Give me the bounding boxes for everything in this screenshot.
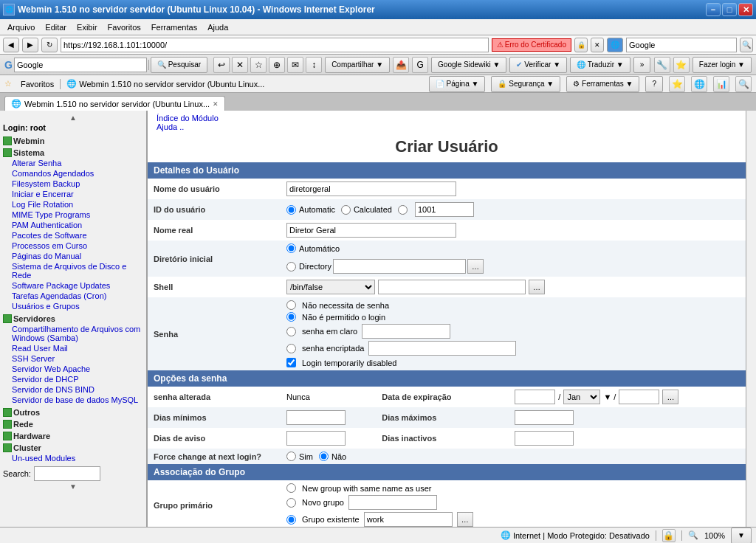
webmin-fav[interactable]: 🌐 Webmin 1.510 no servidor servidor (Ubu… bbox=[66, 79, 264, 89]
radio-sem-senha[interactable] bbox=[286, 300, 296, 310]
sidebar-item-servidor-web-apache[interactable]: Servidor Web Apache bbox=[3, 364, 143, 374]
fav-icon3[interactable]: 📊 bbox=[713, 76, 729, 92]
maximize-button[interactable]: □ bbox=[722, 3, 737, 16]
menu-arquivo[interactable]: Arquivo bbox=[3, 21, 39, 33]
zoom-btn[interactable]: ▼ bbox=[731, 528, 752, 544]
refresh-button[interactable]: ↻ bbox=[41, 38, 58, 52]
radio-directory-input[interactable] bbox=[286, 262, 296, 272]
page-btn[interactable]: 📄 Página ▼ bbox=[429, 76, 486, 92]
ajuda-link[interactable]: Ajuda .. bbox=[157, 122, 184, 131]
dias-aviso-input[interactable] bbox=[286, 431, 346, 446]
sidebar-item-servidor-dns-bind[interactable]: Servidor de DNS BIND bbox=[3, 384, 143, 395]
radio-manual-input[interactable] bbox=[398, 205, 408, 215]
cert-btn2[interactable]: ✕ bbox=[591, 38, 604, 52]
google-sidewiki-btn[interactable]: Google Sidewiki ▼ bbox=[431, 57, 506, 73]
sidebar-item-un-used-modules[interactable]: Un-used Modules bbox=[3, 453, 143, 463]
sidebar-item-tarefas-agendadas[interactable]: Tarefas Agendadas (Cron) bbox=[3, 291, 143, 301]
fav-icon2[interactable]: 🌐 bbox=[691, 76, 707, 92]
dias-inactivos-input[interactable] bbox=[515, 431, 574, 446]
forward-button[interactable]: ▶ bbox=[22, 38, 38, 52]
menu-exibir[interactable]: Exibir bbox=[72, 21, 102, 33]
fazer-login-btn[interactable]: Fazer login ▼ bbox=[693, 57, 752, 73]
sidebar-item-ssh-server[interactable]: SSH Server bbox=[3, 353, 143, 364]
nome-usuario-input[interactable] bbox=[286, 181, 456, 196]
ferramentas-btn[interactable]: ⚙ Ferramentas ▼ bbox=[566, 76, 639, 92]
sidebar-item-pam-authentication[interactable]: PAM Authentication bbox=[3, 220, 143, 230]
swap-icon[interactable]: ↕ bbox=[306, 57, 322, 73]
status-protect-icon[interactable]: 🔒 bbox=[662, 529, 676, 542]
radio-grupo-existente[interactable] bbox=[286, 515, 296, 525]
sidebar-item-servidor-dhcp[interactable]: Servidor de DHCP bbox=[3, 374, 143, 384]
sidebar-item-filesystem-backup[interactable]: Filesystem Backup bbox=[3, 179, 143, 189]
toolbar-icon2[interactable]: ⭐ bbox=[673, 57, 690, 73]
seguranca-btn[interactable]: 🔒 Segurança ▼ bbox=[491, 76, 560, 92]
sidebar-item-pacotes-software[interactable]: Pacotes de Software bbox=[3, 230, 143, 241]
stop-icon[interactable]: ✕ bbox=[232, 57, 248, 73]
sidebar-item-alterar-senha[interactable]: Alterar Senha bbox=[3, 158, 143, 168]
radio-sim-input[interactable] bbox=[286, 452, 296, 461]
sidebar-item-processos[interactable]: Processos em Curso bbox=[3, 241, 143, 251]
tab-webmin[interactable]: 🌐 Webmin 1.510 no servidor servidor (Ubu… bbox=[4, 96, 225, 111]
toolbar-icon1[interactable]: 🔧 bbox=[654, 57, 670, 73]
login-disabled-checkbox[interactable] bbox=[286, 358, 296, 367]
mail-icon[interactable]: ✉ bbox=[287, 57, 303, 73]
cert-btn1[interactable]: 🔒 bbox=[574, 38, 588, 52]
radio-nao-input[interactable] bbox=[319, 452, 329, 461]
more-btn[interactable]: » bbox=[633, 57, 651, 73]
radio-senha-encriptada[interactable] bbox=[286, 344, 296, 353]
indice-link[interactable]: Índice do Módulo bbox=[157, 114, 219, 122]
senha-claro-input[interactable] bbox=[362, 324, 450, 339]
traduzir-btn[interactable]: 🌐 Traduzir ▼ bbox=[570, 57, 630, 73]
fav-icon4[interactable]: 🔍 bbox=[735, 76, 752, 92]
radio-nao-permitido[interactable] bbox=[286, 312, 296, 322]
shell-input[interactable] bbox=[378, 280, 526, 294]
sidebar-item-compartilhamento-samba[interactable]: Compartilhamento de Arquivos com Windows… bbox=[3, 324, 143, 343]
verificar-btn[interactable]: ✔ Verificar ▼ bbox=[509, 57, 567, 73]
menu-editar[interactable]: Editar bbox=[41, 21, 71, 33]
sidebar-search-input[interactable] bbox=[34, 466, 100, 481]
google-search-btn[interactable]: 🔍 bbox=[740, 38, 753, 52]
expiracao-day-input[interactable] bbox=[515, 390, 555, 404]
browse-grupo-btn[interactable]: … bbox=[457, 512, 473, 527]
menu-ferramentas[interactable]: Ferramentas bbox=[147, 21, 202, 33]
menu-ajuda[interactable]: Ajuda bbox=[203, 21, 233, 33]
close-button[interactable]: ✕ bbox=[738, 3, 753, 16]
expiracao-month-select[interactable]: JanFebMar bbox=[563, 390, 600, 404]
senha-encriptada-input[interactable] bbox=[368, 341, 516, 356]
back-icon[interactable]: ↩ bbox=[213, 57, 230, 73]
sidebar-item-read-user-mail[interactable]: Read User Mail bbox=[3, 343, 143, 353]
sidebar-item-iniciar-encerrar[interactable]: Iniciar e Encerrar bbox=[3, 189, 143, 199]
pesquisar-btn[interactable]: 🔍 Pesquisar bbox=[151, 57, 207, 73]
sidebar-item-log-file-rotation[interactable]: Log File Rotation bbox=[3, 199, 143, 210]
dias-minimos-input[interactable] bbox=[286, 410, 346, 425]
radio-automatic-input[interactable] bbox=[286, 205, 296, 215]
sidebar-item-hardware[interactable]: Hardware bbox=[3, 432, 143, 440]
directory-input[interactable] bbox=[333, 259, 466, 274]
fav-icon1[interactable]: ⭐ bbox=[669, 76, 685, 92]
ie-icon-btn[interactable]: 🌐 bbox=[607, 38, 623, 52]
google-search-input[interactable] bbox=[626, 38, 737, 52]
browse-shell-btn[interactable]: … bbox=[529, 280, 545, 294]
nome-real-input[interactable] bbox=[286, 223, 456, 238]
dias-maximos-input[interactable] bbox=[515, 410, 574, 425]
novo-grupo-input[interactable] bbox=[348, 495, 437, 510]
browse-expiracao-btn[interactable]: … bbox=[662, 390, 678, 404]
main-scrollbar[interactable] bbox=[746, 111, 756, 527]
google-side-icon[interactable]: G bbox=[412, 57, 428, 73]
expiracao-year-input[interactable] bbox=[619, 390, 659, 404]
menu-favoritos[interactable]: Favoritos bbox=[103, 21, 145, 33]
sidebar-item-webmin[interactable]: Webmin bbox=[3, 136, 143, 145]
id-manual-input[interactable] bbox=[415, 202, 474, 217]
tab-close-btn[interactable]: ✕ bbox=[213, 100, 219, 108]
star-icon[interactable]: ☆ bbox=[250, 57, 267, 73]
sidebar-item-paginas-manual[interactable]: Páginas do Manual bbox=[3, 251, 143, 261]
google-toolbar-input[interactable] bbox=[14, 58, 147, 72]
back-button[interactable]: ◀ bbox=[3, 38, 19, 52]
radio-new-group[interactable] bbox=[286, 483, 296, 493]
radio-senha-claro[interactable] bbox=[286, 327, 296, 336]
compartilhar-btn[interactable]: Compartilhar ▼ bbox=[325, 57, 390, 73]
scroll-up[interactable]: ▲ bbox=[3, 114, 143, 122]
compartilhar-icon2[interactable]: 📤 bbox=[393, 57, 409, 73]
sidebar-item-sistema[interactable]: Sistema bbox=[3, 148, 143, 157]
favoritos-link[interactable]: Favoritos bbox=[21, 80, 54, 89]
